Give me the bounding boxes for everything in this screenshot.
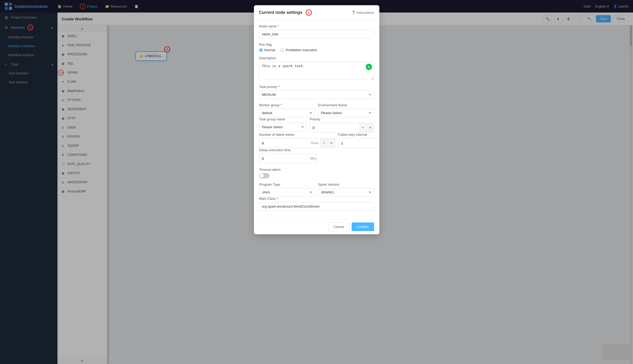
failed-retries-group: Times − + [259, 138, 335, 148]
timeout-alarm-label: Timeout alarm [259, 168, 374, 172]
instructions-link[interactable]: ❓ Instructions [351, 11, 374, 15]
environment-label: Environment Name [318, 103, 374, 107]
environment-select[interactable]: Please Select [318, 109, 374, 117]
priority-input[interactable] [310, 124, 359, 132]
modal-title: Current node settings 5 [259, 9, 312, 16]
spark-version-col: Spark Version SPARK1 SPARK2 [318, 183, 374, 197]
main-class-label: Main Class * [259, 197, 374, 201]
retries-plus-button[interactable]: + [328, 138, 335, 148]
modal-overlay: Current node settings 5 ❓ Instructions N… [0, 0, 633, 364]
retry-interval-group: Minute − + [338, 138, 379, 148]
task-group-label: Task group name [259, 117, 307, 121]
modal-footer: Cancel Confirm [254, 219, 379, 234]
spark-version-label: Spark Version [318, 183, 374, 186]
radio-prohibition-circle [280, 48, 284, 52]
spark-version-select[interactable]: SPARK1 SPARK2 [318, 188, 374, 197]
failed-retries-col: Number of failed retries Times − + [259, 133, 335, 148]
delay-label: Delay execution time [259, 148, 374, 152]
task-priority-group: Task priority * MEDIUM HIGHEST HIGH LOW … [259, 85, 374, 99]
worker-env-row: Worker group * default Environment Name … [259, 103, 374, 117]
main-class-input[interactable] [259, 202, 374, 211]
main-class-group: Main Class * [259, 197, 374, 211]
retry-interval-label: Failed retry interval [338, 133, 379, 137]
toggle-knob [260, 174, 264, 178]
timeout-alarm-toggle[interactable] [259, 173, 270, 178]
delay-input-group: Minute − + [259, 154, 317, 163]
node-name-input[interactable] [259, 30, 374, 38]
retry-interval-col: Failed retry interval Minute − + [338, 133, 379, 148]
failed-retries-label: Number of failed retries [259, 133, 335, 137]
cancel-button[interactable]: Cancel [328, 222, 350, 231]
radio-prohibition[interactable]: Prohibition execution [280, 48, 317, 52]
radio-normal-circle [259, 48, 263, 52]
delay-input[interactable] [259, 155, 309, 163]
worker-group-label: Worker group * [259, 103, 315, 107]
program-type-select[interactable]: JAVA SCALA PYTHON [259, 188, 315, 197]
modal-header: Current node settings 5 ❓ Instructions [254, 5, 379, 20]
timeout-alarm-group: Timeout alarm [259, 168, 374, 178]
retry-interval-input[interactable] [339, 139, 379, 147]
run-flag-group: Run flag Normal Prohibition execution [259, 43, 374, 52]
user-avatar: G [366, 64, 372, 70]
confirm-button[interactable]: Confirm [352, 222, 374, 231]
modal-body: Node name * Run flag Normal Pr [254, 20, 379, 219]
priority-minus-button[interactable]: − [359, 123, 367, 132]
annotation-5: 5 [306, 9, 312, 16]
help-icon: ❓ [351, 11, 356, 15]
priority-label: Priority [310, 117, 374, 121]
task-priority-select[interactable]: MEDIUM HIGHEST HIGH LOW LOWEST [259, 90, 374, 99]
environment-col: Environment Name Please Select [318, 103, 374, 117]
retry-row: Number of failed retries Times − + Faile… [259, 133, 374, 148]
program-spark-row: Program Type JAVA SCALA PYTHON Spark Ver… [259, 183, 374, 197]
worker-group-select[interactable]: default [259, 109, 315, 117]
run-flag-options: Normal Prohibition execution [259, 48, 374, 52]
program-type-label: Program Type [259, 183, 315, 186]
retries-unit: Times [309, 139, 320, 147]
run-flag-label: Run flag [259, 43, 374, 46]
delay-unit: Minute [309, 155, 317, 162]
task-group-priority-row: Task group name Please Select Priority −… [259, 117, 374, 133]
node-name-group: Node name * [259, 24, 374, 38]
description-label: Description [259, 56, 374, 60]
retries-minus-button[interactable]: − [320, 138, 328, 148]
worker-group-col: Worker group * default [259, 103, 315, 117]
node-settings-modal: Current node settings 5 ❓ Instructions N… [254, 5, 379, 234]
delay-execution-group: Delay execution time Minute − + [259, 148, 374, 163]
task-group-col: Task group name Please Select [259, 117, 307, 133]
program-type-col: Program Type JAVA SCALA PYTHON [259, 183, 315, 197]
node-name-label: Node name * [259, 24, 374, 28]
resize-icon: ⤡ [371, 77, 373, 80]
priority-plus-button[interactable]: + [367, 123, 374, 132]
description-group: Description This is a spark task. G ⤡ [259, 56, 374, 81]
failed-retries-input[interactable] [259, 139, 309, 147]
priority-input-group: − + [310, 123, 374, 133]
priority-col: Priority − + [310, 117, 374, 133]
task-priority-label: Task priority * [259, 85, 374, 89]
description-input[interactable]: This is a spark task. [259, 62, 374, 80]
radio-normal[interactable]: Normal [259, 48, 275, 52]
description-container: This is a spark task. G ⤡ [259, 62, 374, 81]
task-group-select[interactable]: Please Select [259, 123, 307, 131]
